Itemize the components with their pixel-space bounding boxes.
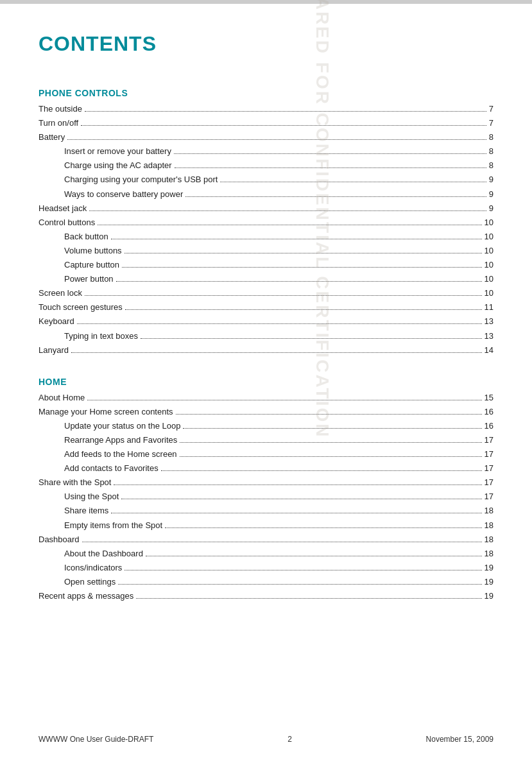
toc-label: Turn on/off: [39, 116, 78, 130]
toc-label: Charging using your computer's USB port: [64, 173, 218, 187]
toc-entry: Share items18: [39, 504, 493, 518]
toc-label: Touch screen gestures: [39, 300, 123, 314]
toc-entry: Back button10: [39, 230, 493, 244]
toc-dots: [121, 499, 481, 499]
toc-label: Rearrange Apps and Favorites: [64, 433, 177, 447]
toc-entry: About the Dashboard18: [39, 547, 493, 561]
toc-entry: Recent apps & messages19: [39, 589, 493, 603]
toc-label: Add contacts to Favorites: [64, 461, 159, 476]
toc-page-number: 18: [485, 504, 493, 518]
toc-dots: [180, 456, 482, 457]
toc-page-number: 17: [485, 447, 493, 461]
toc-page-number: 16: [485, 405, 493, 419]
toc-page-number: 17: [485, 461, 493, 476]
toc-page-number: 15: [485, 391, 493, 405]
toc-label: Charge using the AC adapter: [64, 159, 172, 173]
toc-label: Share items: [64, 504, 108, 518]
toc-page-number: 10: [485, 244, 493, 258]
toc-dots: [176, 414, 482, 415]
toc-dots: [136, 598, 481, 599]
toc-entry: Control buttons10: [39, 216, 493, 230]
toc-entry: Charge using the AC adapter8: [39, 159, 493, 173]
footer-left: WWWW One User Guide-DRAFT: [39, 735, 153, 744]
toc-dots: [220, 182, 486, 182]
toc-entry: Dashboard18: [39, 533, 493, 547]
toc-label: Battery: [39, 130, 65, 144]
toc-dots: [85, 295, 482, 296]
toc-dots: [175, 167, 486, 168]
toc-page-number: 7: [489, 116, 493, 130]
toc-entry: Add feeds to the Home screen17: [39, 447, 493, 461]
toc-section-phone-controls: PHONE CONTROLSThe outside7Turn on/off7Ba…: [39, 88, 493, 357]
toc-entry: Power button10: [39, 272, 493, 286]
toc-label: Back button: [64, 230, 108, 244]
toc-page-number: 8: [489, 144, 493, 159]
toc-dots: [146, 556, 482, 556]
toc-entry: Typing in text boxes13: [39, 329, 493, 343]
toc-page-number: 10: [485, 258, 493, 272]
toc-entry: Volume buttons10: [39, 244, 493, 258]
toc-page-number: 10: [485, 272, 493, 286]
toc-label: Lanyard: [39, 343, 69, 357]
toc-entry: Manage your Home screen contents16: [39, 405, 493, 419]
toc-dots: [161, 470, 482, 471]
toc-dots: [141, 338, 482, 339]
section-heading-phone-controls: PHONE CONTROLS: [39, 88, 493, 98]
toc-page-number: 17: [485, 433, 493, 447]
toc-entry: Using the Spot17: [39, 490, 493, 504]
toc-dots: [118, 584, 481, 585]
toc-entry: Battery8: [39, 130, 493, 144]
toc-dots: [125, 309, 482, 310]
toc-page-number: 7: [489, 102, 493, 116]
toc-label: Manage your Home screen contents: [39, 405, 173, 419]
toc-label: Open settings: [64, 575, 116, 589]
toc-label: Update your status on the Loop: [64, 419, 180, 433]
toc-dots: [85, 111, 486, 112]
toc-label: Share with the Spot: [39, 476, 111, 490]
toc-entry: Rearrange Apps and Favorites17: [39, 433, 493, 447]
toc-entry: Icons/indicators19: [39, 561, 493, 575]
toc-label: Volume buttons: [64, 244, 122, 258]
toc-page-number: 14: [485, 343, 493, 357]
toc-page-number: 9: [489, 187, 493, 201]
toc-dots: [122, 267, 482, 268]
toc-page-number: 10: [485, 230, 493, 244]
toc-dots: [114, 484, 481, 485]
toc-dots: [165, 527, 481, 528]
toc-dots: [124, 570, 481, 570]
toc-entry: Insert or remove your battery8: [39, 144, 493, 159]
footer: WWWW One User Guide-DRAFT 2 November 15,…: [39, 735, 493, 744]
toc-page-number: 9: [489, 173, 493, 187]
toc-entry: Capture button10: [39, 258, 493, 272]
toc-entry: Charging using your computer's USB port9: [39, 173, 493, 187]
toc-container: PHONE CONTROLSThe outside7Turn on/off7Ba…: [39, 88, 493, 603]
footer-center: 2: [287, 735, 292, 744]
toc-page-number: 18: [485, 519, 493, 533]
toc-dots: [124, 253, 482, 253]
toc-dots: [89, 210, 486, 211]
toc-dots: [77, 323, 482, 324]
toc-dots: [98, 225, 481, 225]
page: CONTENTS PREPARED FOR CONFIDENTIAL CERTI…: [0, 0, 532, 763]
toc-page-number: 19: [485, 561, 493, 575]
toc-entry: Update your status on the Loop16: [39, 419, 493, 433]
toc-label: Ways to conserve battery power: [64, 187, 183, 201]
toc-dots: [87, 400, 481, 400]
toc-entry: Share with the Spot17: [39, 476, 493, 490]
footer-right: November 15, 2009: [426, 735, 493, 744]
toc-label: Screen lock: [39, 286, 82, 300]
toc-label: Insert or remove your battery: [64, 144, 171, 159]
toc-page-number: 10: [485, 216, 493, 230]
toc-page-number: 18: [485, 547, 493, 561]
top-border: [0, 0, 532, 4]
toc-dots: [183, 428, 481, 429]
toc-label: Capture button: [64, 258, 119, 272]
toc-entry: Ways to conserve battery power9: [39, 187, 493, 201]
toc-page-number: 13: [485, 329, 493, 343]
toc-label: Add feeds to the Home screen: [64, 447, 177, 461]
toc-entry: Empty items from the Spot18: [39, 519, 493, 533]
toc-dots: [111, 239, 482, 239]
toc-dots: [174, 153, 486, 154]
toc-page-number: 8: [489, 130, 493, 144]
toc-dots: [82, 542, 482, 542]
